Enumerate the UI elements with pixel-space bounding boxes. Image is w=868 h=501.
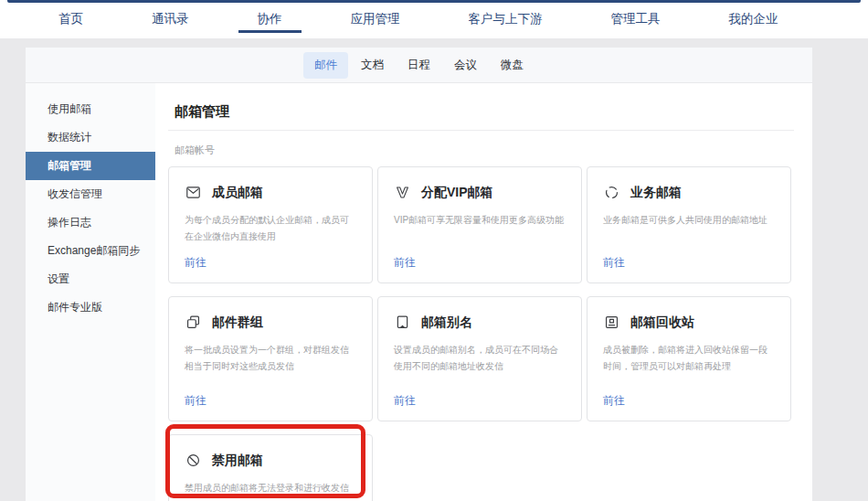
section-label: 邮箱帐号 — [175, 144, 794, 156]
feature-card: 成员邮箱 为每个成员分配的默认企业邮箱，成员可在企业微信内直接使用 前往 — [168, 166, 373, 283]
card-header: 邮件群组 — [185, 314, 356, 331]
sidebar-item[interactable]: 使用邮箱 — [26, 95, 155, 123]
topnav-item-label: 管理工具 — [611, 12, 661, 26]
share-circle-icon — [603, 184, 620, 201]
card-title: 业务邮箱 — [630, 185, 682, 201]
module-tab-label: 文档 — [361, 59, 384, 71]
topnav-item-label: 应用管理 — [351, 12, 400, 26]
recycle-bin-icon — [603, 314, 620, 331]
card-title: 邮箱别名 — [421, 314, 472, 331]
card-grid: 成员邮箱 为每个成员分配的默认企业邮箱，成员可在企业微信内直接使用 前往 分配V… — [168, 166, 794, 501]
card-header: 禁用邮箱 — [185, 452, 356, 469]
sidebar-item[interactable]: 收发信管理 — [26, 180, 155, 208]
topnav-item-label: 客户与上下游 — [469, 12, 543, 26]
main-panel: 邮件文档日程会议微盘 使用邮箱数据统计邮箱管理收发信管理操作日志Exchange… — [26, 48, 812, 501]
card-go-link[interactable]: 前往 — [185, 255, 206, 271]
sidebar-item-label: 操作日志 — [48, 216, 91, 229]
vip-icon — [394, 184, 411, 201]
feature-card: 邮箱别名 设置成员的邮箱别名，成员可在不同场合使用不同的邮箱地址收发信 前往 — [377, 296, 582, 421]
card-description: 为每个成员分配的默认企业邮箱，成员可在企业微信内直接使用 — [185, 212, 356, 244]
module-tab[interactable]: 微盘 — [490, 52, 535, 79]
topnav-item-label: 通讯录 — [152, 12, 189, 26]
feature-card: 分配VIP邮箱 VIP邮箱可享无限容量和使用更多高级功能 前往 — [377, 166, 582, 283]
card-header: 邮箱别名 — [394, 314, 566, 331]
module-tab[interactable]: 会议 — [443, 52, 488, 79]
card-go-link[interactable]: 前往 — [185, 393, 206, 409]
page-title: 邮箱管理 — [175, 103, 794, 120]
feature-card: 禁用邮箱 禁用成员的邮箱将无法登录和进行收发信 — [168, 434, 373, 501]
card-description: 将一批成员设置为一个群组，对群组发信相当于同时对这些成员发信 — [185, 342, 356, 374]
top-navbar: 首页通讯录协作应用管理客户与上下游管理工具我的企业 — [0, 0, 868, 38]
module-tab-label: 微盘 — [501, 59, 524, 71]
topnav-item[interactable]: 我的企业 — [710, 0, 798, 38]
sidebar-item-label: 收发信管理 — [48, 187, 102, 200]
card-go-link[interactable]: 前往 — [603, 393, 625, 409]
card-title: 邮箱回收站 — [630, 314, 694, 331]
module-tab-label: 日程 — [408, 59, 430, 71]
title-divider — [168, 130, 794, 131]
module-tabbar: 邮件文档日程会议微盘 — [26, 48, 812, 83]
card-description: VIP邮箱可享无限容量和使用更多高级功能 — [394, 212, 566, 229]
sidebar-item-label: 邮件专业版 — [48, 301, 102, 314]
topnav-item[interactable]: 管理工具 — [592, 0, 680, 38]
card-description: 禁用成员的邮箱将无法登录和进行收发信 — [185, 480, 356, 496]
sidebar-item[interactable]: 操作日志 — [26, 208, 155, 237]
sidebar-item-label: 邮箱管理 — [48, 159, 91, 172]
sidebar-item-label: 数据统计 — [48, 131, 91, 144]
module-tab[interactable]: 邮件 — [303, 52, 348, 79]
topnav-item[interactable]: 客户与上下游 — [450, 0, 562, 38]
panel-body: 使用邮箱数据统计邮箱管理收发信管理操作日志Exchange邮箱同步设置邮件专业版… — [26, 83, 812, 501]
content-area: 邮箱管理 邮箱帐号 成员邮箱 为每个成员分配的默认企业邮箱，成员可在企业微信内直… — [155, 83, 812, 501]
topnav-item[interactable]: 通讯录 — [132, 0, 208, 38]
feature-card: 邮件群组 将一批成员设置为一个群组，对群组发信相当于同时对这些成员发信 前往 — [168, 296, 373, 421]
card-title: 成员邮箱 — [212, 185, 263, 201]
card-description: 业务邮箱是可供多人共同使用的邮箱地址 — [603, 212, 775, 229]
bookmark-icon — [394, 314, 411, 331]
card-go-link[interactable]: 前往 — [394, 255, 416, 271]
card-header: 邮箱回收站 — [603, 314, 775, 331]
card-title: 分配VIP邮箱 — [421, 185, 493, 201]
topnav-item[interactable]: 首页 — [39, 0, 102, 38]
card-go-link[interactable]: 前往 — [394, 393, 416, 409]
module-tab[interactable]: 日程 — [397, 52, 441, 79]
module-tab-label: 邮件 — [314, 59, 337, 71]
sidebar-item-label: Exchange邮箱同步 — [48, 244, 140, 257]
feature-card: 邮箱回收站 成员被删除，邮箱将进入回收站保留一段时间，管理员可以对邮箱再处理 前… — [587, 296, 791, 421]
sidebar-item[interactable]: 数据统计 — [26, 123, 155, 152]
module-tab[interactable]: 文档 — [350, 52, 395, 79]
sidebar-item[interactable]: 邮件专业版 — [26, 293, 155, 322]
sidebar-item[interactable]: 设置 — [26, 265, 155, 293]
ban-icon — [185, 452, 202, 469]
topnav-item[interactable]: 应用管理 — [332, 0, 419, 38]
topnav-item-label: 我的企业 — [729, 12, 778, 26]
sidebar-item-label: 设置 — [48, 272, 69, 285]
card-go-link[interactable]: 前往 — [603, 255, 625, 271]
card-header: 业务邮箱 — [603, 184, 775, 201]
card-title: 禁用邮箱 — [212, 453, 263, 469]
sidebar-item[interactable]: 邮箱管理 — [26, 152, 155, 180]
copy-group-icon — [185, 314, 202, 331]
card-title: 邮件群组 — [212, 314, 263, 331]
mail-icon — [185, 184, 202, 201]
topnav-item-label: 协作 — [258, 12, 282, 26]
card-header: 分配VIP邮箱 — [394, 184, 566, 201]
sidebar: 使用邮箱数据统计邮箱管理收发信管理操作日志Exchange邮箱同步设置邮件专业版 — [26, 83, 155, 501]
card-description: 成员被删除，邮箱将进入回收站保留一段时间，管理员可以对邮箱再处理 — [603, 342, 775, 374]
topnav: 首页通讯录协作应用管理客户与上下游管理工具我的企业 — [0, 0, 868, 38]
sidebar-item-label: 使用邮箱 — [48, 102, 91, 115]
topnav-item[interactable]: 协作 — [238, 0, 302, 38]
card-header: 成员邮箱 — [185, 184, 356, 201]
card-description: 设置成员的邮箱别名，成员可在不同场合使用不同的邮箱地址收发信 — [394, 342, 566, 374]
topnav-item-label: 首页 — [58, 12, 83, 26]
feature-card: 业务邮箱 业务邮箱是可供多人共同使用的邮箱地址 前往 — [587, 166, 791, 283]
sidebar-item[interactable]: Exchange邮箱同步 — [26, 237, 155, 265]
module-tab-label: 会议 — [454, 59, 477, 71]
